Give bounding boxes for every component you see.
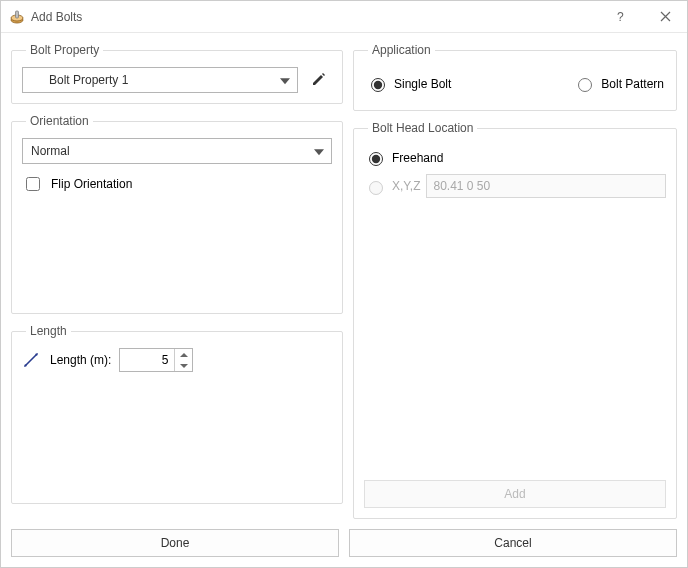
xyz-input [426, 174, 666, 198]
freehand-input[interactable] [369, 152, 383, 166]
bolt-pattern-radio[interactable]: Bolt Pattern [573, 75, 664, 92]
flip-orientation-input[interactable] [26, 177, 40, 191]
bolt-pattern-input[interactable] [578, 78, 592, 92]
add-button: Add [364, 480, 666, 508]
length-label: Length (m): [50, 353, 111, 367]
bolt-property-legend: Bolt Property [26, 43, 103, 57]
app-icon [9, 9, 25, 25]
content-area: Bolt Property Bolt Property 1 [1, 33, 687, 519]
bolt-head-location-group: Bolt Head Location Freehand X,Y,Z Add [353, 121, 677, 519]
bolt-property-group: Bolt Property Bolt Property 1 [11, 43, 343, 104]
length-group: Length Length (m): [11, 324, 343, 504]
single-bolt-radio[interactable]: Single Bolt [366, 75, 451, 92]
bolt-property-select[interactable]: Bolt Property 1 [22, 67, 298, 93]
orientation-legend: Orientation [26, 114, 93, 128]
xyz-radio [369, 181, 383, 195]
application-legend: Application [368, 43, 435, 57]
titlebar: Add Bolts ? [1, 1, 687, 33]
freehand-label: Freehand [392, 151, 443, 165]
footer: Done Cancel [1, 519, 687, 567]
cancel-button[interactable]: Cancel [349, 529, 677, 557]
edit-property-button[interactable] [306, 67, 332, 93]
application-group: Application Single Bolt Bolt Pattern [353, 43, 677, 111]
length-input[interactable] [120, 349, 174, 371]
xyz-label: X,Y,Z [392, 179, 420, 193]
length-spinner[interactable] [119, 348, 193, 372]
xyz-radio-row: X,Y,Z [364, 174, 666, 198]
flip-orientation-label: Flip Orientation [51, 177, 132, 191]
add-bolts-dialog: Add Bolts ? Bolt Property Bolt Property … [0, 0, 688, 568]
svg-line-4 [25, 354, 37, 366]
window-title: Add Bolts [31, 10, 599, 24]
done-button[interactable]: Done [11, 529, 339, 557]
length-step-up[interactable] [175, 349, 192, 360]
svg-text:?: ? [617, 11, 624, 23]
bolt-pattern-label: Bolt Pattern [601, 77, 664, 91]
orientation-group: Orientation Normal Flip Orientation [11, 114, 343, 314]
orientation-select[interactable]: Normal [22, 138, 332, 164]
help-button[interactable]: ? [599, 1, 643, 33]
flip-orientation-checkbox[interactable]: Flip Orientation [22, 174, 332, 194]
length-step-down[interactable] [175, 360, 192, 371]
svg-rect-2 [16, 11, 19, 18]
single-bolt-label: Single Bolt [394, 77, 451, 91]
freehand-radio[interactable]: Freehand [364, 149, 666, 166]
close-button[interactable] [643, 1, 687, 33]
length-legend: Length [26, 324, 71, 338]
single-bolt-input[interactable] [371, 78, 385, 92]
pencil-icon [310, 71, 328, 89]
length-icon [22, 351, 40, 369]
head-location-legend: Bolt Head Location [368, 121, 477, 135]
